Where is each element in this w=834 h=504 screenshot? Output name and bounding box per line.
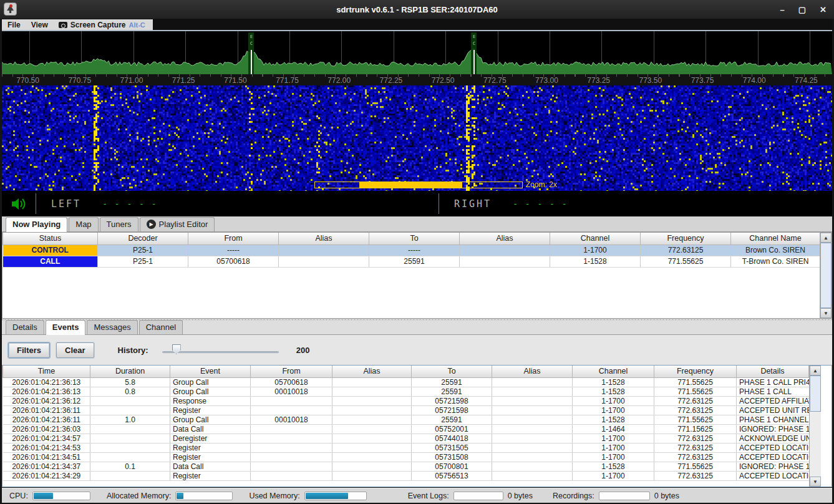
waterfall-canvas[interactable] (2, 85, 832, 191)
scroll-up-button[interactable]: ▲ (820, 233, 832, 243)
audio-channel-right[interactable]: RIGHT - - - - - (439, 191, 832, 216)
waterfall-zoom-thumb[interactable] (359, 182, 462, 188)
close-button[interactable]: ✕ (820, 5, 827, 14)
tab-label: Tuners (107, 220, 132, 229)
spectrum-display[interactable]: EC EC (2, 30, 832, 74)
now-playing-row[interactable]: CONTROL P25-1 ----- ----- 1-1700 772.631… (3, 245, 820, 256)
cell-duration (90, 424, 170, 434)
cell-channel: 1-1528 (573, 415, 654, 424)
column-header[interactable]: From (188, 233, 279, 245)
scroll-down-button[interactable]: ▼ (820, 308, 832, 318)
cell-decoder: P25-1 (98, 245, 188, 256)
now-playing-row[interactable]: CALL P25-1 05700618 25591 1-1528 771.556… (3, 256, 820, 267)
tab-details[interactable]: Details (6, 320, 44, 334)
table-row[interactable]: 2026:01:04:21:34:57Deregister057440181-1… (3, 434, 809, 443)
mute-button[interactable] (2, 196, 36, 211)
menu-file[interactable]: File (7, 21, 21, 29)
frequency-tick-label: 771.75 (261, 76, 313, 85)
column-header[interactable]: Details (737, 366, 809, 377)
table-row[interactable]: 2026:01:04:21:36:12Response057215981-170… (3, 396, 809, 405)
column-header[interactable]: Alias (460, 233, 550, 245)
table-row[interactable]: 2026:01:04:21:36:135.8Group Call05700618… (3, 377, 809, 387)
cell-channel: 1-1528 (573, 377, 654, 387)
tab-events[interactable]: Events (46, 320, 86, 335)
column-header[interactable]: To (369, 233, 460, 245)
tab-channel[interactable]: Channel (139, 320, 183, 334)
column-header[interactable]: Time (3, 366, 90, 377)
now-playing-scrollbar[interactable]: ▲ ▼ (820, 233, 832, 318)
history-slider[interactable] (162, 344, 279, 356)
channel-marker[interactable]: EC (471, 32, 477, 74)
menu-view[interactable]: View (31, 21, 48, 29)
cell-from: 00010018 (251, 415, 332, 424)
cell-channel: 1-1700 (573, 396, 654, 405)
column-header[interactable]: From (251, 366, 332, 377)
cell-to: 05721598 (412, 405, 492, 415)
column-header[interactable]: Duration (90, 366, 170, 377)
scrollbar-track[interactable] (810, 412, 821, 477)
cell-alias (332, 471, 412, 480)
menu-screen-capture[interactable]: Screen Capture Alt-C (59, 21, 145, 29)
cell-from (251, 434, 332, 443)
column-header[interactable]: Channel (550, 233, 641, 245)
events-scrollbar[interactable]: ▲ ▼ (809, 366, 821, 487)
column-header[interactable]: Frequency (654, 366, 737, 377)
minimize-button[interactable]: – (780, 5, 785, 14)
cell-to: 05752001 (412, 424, 492, 434)
column-header[interactable]: Decoder (98, 233, 188, 245)
tab-now-playing[interactable]: Now Playing (6, 217, 67, 232)
column-header[interactable]: Alias (492, 366, 573, 377)
cell-channel: 1-1528 (573, 387, 654, 396)
column-header[interactable]: Frequency (641, 233, 731, 245)
clear-button[interactable]: Clear (56, 342, 94, 358)
scrollbar-thumb[interactable] (820, 243, 832, 308)
history-label: History: (118, 346, 148, 355)
column-header[interactable]: Status (3, 233, 98, 245)
filters-button[interactable]: Filters (8, 342, 50, 358)
slider-track[interactable] (162, 351, 279, 353)
scroll-down-button[interactable]: ▼ (810, 477, 821, 487)
table-row[interactable]: 2026:01:04:21:34:370.1Data Call057008011… (3, 462, 809, 471)
tab-messages[interactable]: Messages (87, 320, 137, 334)
waterfall-display[interactable]: Zoom: 2x (2, 85, 832, 191)
spectrum-canvas[interactable] (2, 31, 832, 74)
table-row[interactable]: 2026:01:04:21:34:51Register057315081-170… (3, 452, 809, 462)
table-row[interactable]: 2026:01:04:21:36:130.8Group Call00010018… (3, 387, 809, 396)
column-header[interactable]: Channel (573, 366, 654, 377)
cell-alias (332, 443, 412, 452)
scroll-up-button[interactable]: ▲ (810, 366, 821, 376)
cell-alias (460, 245, 550, 256)
event-logs-label: Event Logs: (408, 492, 449, 500)
waterfall-zoom-bar[interactable] (314, 182, 523, 188)
cell-event: Response (170, 396, 251, 405)
table-row[interactable]: 2026:01:04:21:34:29Register057565131-170… (3, 471, 809, 480)
cell-channel: 1-1700 (573, 443, 654, 452)
audio-left-value: - - - - - (102, 199, 157, 208)
cell-frequency: 772.63125 (641, 245, 731, 256)
recordings-label: Recordings: (553, 492, 594, 500)
column-header[interactable]: Channel Name (731, 233, 820, 245)
channel-marker-label: EC (472, 34, 476, 48)
column-header[interactable]: Alias (279, 233, 369, 245)
maximize-button[interactable]: ▢ (798, 5, 806, 14)
cell-event: Data Call (170, 462, 251, 471)
tab-map[interactable]: Map (69, 217, 98, 231)
table-row[interactable]: 2026:01:04:21:36:11Register057215981-170… (3, 405, 809, 415)
frequency-tick-label: 771.00 (105, 76, 157, 85)
table-row[interactable]: 2026:01:04:21:36:111.0Group Call00010018… (3, 415, 809, 424)
channel-marker[interactable]: EC (248, 32, 254, 74)
detail-tab-bar: Details Events Messages Channel (2, 321, 832, 335)
column-header[interactable]: To (412, 366, 492, 377)
audio-channel-left[interactable]: LEFT - - - - - (36, 191, 439, 216)
tab-playlist-editor[interactable]: ▶ Playlist Editor (140, 217, 215, 231)
cell-alias (332, 434, 412, 443)
scrollbar-thumb[interactable] (810, 376, 821, 412)
column-header[interactable]: Event (170, 366, 251, 377)
tab-tuners[interactable]: Tuners (100, 217, 138, 231)
audio-right-label: RIGHT (454, 198, 492, 210)
table-row[interactable]: 2026:01:04:21:34:53Register057315051-170… (3, 443, 809, 452)
cell-decoder: P25-1 (98, 256, 188, 267)
cell-time: 2026:01:04:21:34:51 (3, 452, 90, 462)
table-row[interactable]: 2026:01:04:21:36:03Data Call057520011-14… (3, 424, 809, 434)
column-header[interactable]: Alias (332, 366, 412, 377)
